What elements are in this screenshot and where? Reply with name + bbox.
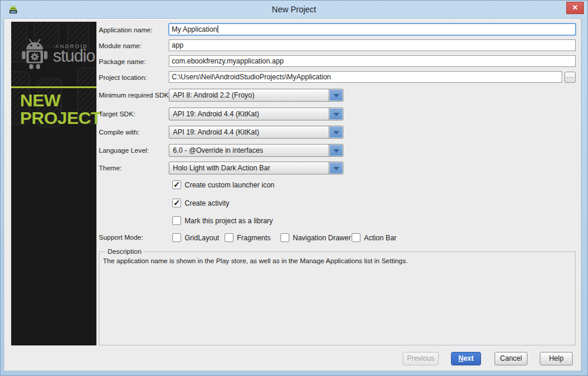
chevron-down-icon (333, 167, 339, 170)
checkbox-box[interactable]: ✓ (172, 199, 181, 207)
chevron-down-icon (333, 94, 339, 98)
checkbox-create-launcher-icon[interactable]: ✓ Create custom launcher icon (172, 180, 275, 189)
dropdown-arrow-button[interactable] (329, 126, 343, 138)
target-sdk-label: Target SDK: (99, 110, 135, 118)
dialog-title: New Project (1, 5, 587, 14)
checkbox-navigation-drawer[interactable]: Navigation Drawer (280, 233, 351, 242)
checkbox-box[interactable]: ✓ (172, 180, 181, 189)
cancel-button[interactable]: Cancel (495, 352, 527, 365)
dropdown-arrow-button[interactable] (329, 108, 343, 120)
theme-dropdown[interactable]: Holo Light with Dark Action Bar (169, 162, 343, 174)
chevron-down-icon (333, 131, 339, 135)
checkbox-box[interactable] (172, 233, 181, 242)
application-name-label: Application name: (99, 26, 152, 33)
support-mode-label: Support Mode: (99, 234, 143, 241)
theme-label: Theme: (99, 164, 122, 172)
language-level-dropdown[interactable]: 6.0 - @Override in interfaces (169, 144, 343, 157)
description-groupbox: Description The application name is show… (99, 251, 576, 345)
compile-with-dropdown[interactable]: API 19: Android 4.4 (KitKat) (169, 126, 343, 139)
browse-button[interactable]: ... (564, 72, 576, 83)
minimum-sdk-label: Minimum required SDK: (99, 92, 171, 99)
checkbox-mark-library[interactable]: Mark this project as a library (172, 216, 273, 225)
new-project-dialog: New Project ✕ (0, 0, 588, 376)
package-name-input[interactable]: com.ebookfrenzy.myapplication.app (169, 55, 576, 67)
checkbox-box[interactable] (352, 233, 360, 242)
checkbox-fragments[interactable]: Fragments (225, 233, 270, 242)
checkbox-gridlayout[interactable]: GridLayout (172, 233, 219, 242)
close-button[interactable]: ✕ (566, 2, 584, 14)
new-project-banner: NEW PROJECT (20, 92, 101, 127)
checkbox-box[interactable] (172, 216, 181, 225)
dropdown-arrow-button[interactable] (329, 145, 343, 156)
module-name-input[interactable]: app (169, 39, 576, 51)
help-button[interactable]: Help (540, 352, 573, 365)
module-name-label: Module name: (99, 42, 142, 49)
checkbox-box[interactable] (225, 233, 233, 242)
previous-button[interactable]: Previous (403, 352, 439, 365)
minimum-sdk-dropdown[interactable]: API 8: Android 2.2 (Froyo) (169, 89, 343, 102)
sidebar-green-divider (11, 86, 96, 88)
chevron-down-icon (333, 149, 339, 153)
checkbox-box[interactable] (280, 233, 289, 242)
checkbox-action-bar[interactable]: Action Bar (352, 233, 396, 242)
checkbox-create-activity[interactable]: ✓ Create activity (172, 199, 229, 207)
dropdown-arrow-button[interactable] (329, 89, 343, 101)
next-button[interactable]: Next (451, 352, 481, 365)
compile-with-label: Compile with: (99, 129, 139, 136)
project-location-input[interactable]: C:\Users\Neil\AndroidStudioProjects\MyAp… (169, 71, 562, 83)
description-legend: Description (105, 248, 144, 255)
title-bar[interactable]: New Project ✕ (1, 1, 587, 18)
description-text: The application name is shown in the Pla… (103, 257, 570, 264)
dropdown-arrow-button[interactable] (329, 162, 343, 174)
target-sdk-dropdown[interactable]: API 19: Android 4.4 (KitKat) (169, 108, 343, 120)
chevron-down-icon (333, 113, 339, 116)
project-location-label: Project location: (99, 74, 147, 81)
language-level-label: Language Level: (99, 147, 149, 154)
application-name-input[interactable]: My Application (168, 23, 576, 36)
android-studio-robot-logo (20, 36, 49, 70)
branding-sidebar (11, 22, 96, 345)
package-name-label: Package name: (99, 58, 146, 65)
brand-studio-label: studio (53, 46, 95, 66)
text-caret (218, 25, 218, 33)
